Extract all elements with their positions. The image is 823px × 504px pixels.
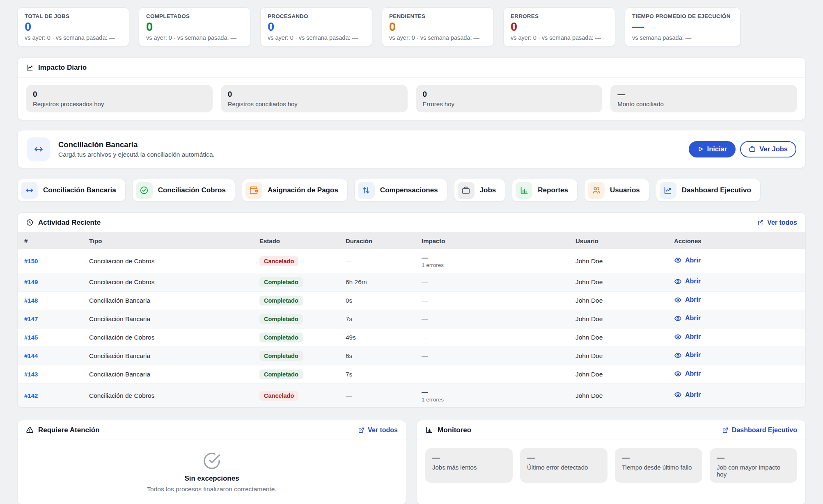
abrir-link[interactable]: Abrir [674, 351, 701, 359]
abrir-link[interactable]: Abrir [674, 278, 701, 285]
cta-actions: Iniciar Ver Jobs [689, 141, 796, 157]
metric-errores-hoy: 0 Errores hoy [416, 85, 603, 112]
job-id-link[interactable]: #147 [24, 315, 38, 322]
stat-value: 0 [511, 21, 608, 33]
col-header-id: # [18, 237, 83, 244]
nav-asignacion-pagos[interactable]: Asignación de Pagos [242, 179, 348, 202]
job-impact: — [415, 315, 569, 323]
swap-arrows-icon [21, 182, 38, 199]
stat-label: ERRORES [511, 13, 608, 19]
table-row: #145 Conciliación de Cobros Completado 4… [18, 328, 805, 347]
status-badge: Completado [259, 314, 303, 324]
status-badge: Completado [259, 296, 303, 306]
metric-tiempo-ultimo-fallo: — Tiempo desde último fallo [615, 448, 702, 483]
nav-jobs[interactable]: Jobs [454, 179, 506, 202]
abrir-link[interactable]: Abrir [674, 370, 701, 378]
impacto-diario-header: Impacto Diario [18, 58, 805, 78]
eye-icon [674, 351, 682, 359]
nav-reportes[interactable]: Reportes [512, 179, 578, 202]
eye-icon [674, 391, 682, 399]
job-duration: — [339, 392, 415, 399]
external-link-icon [358, 427, 365, 433]
nav-conciliacion-cobros[interactable]: Conciliación Cobros [132, 179, 235, 202]
panel-title: Impacto Diario [38, 64, 87, 72]
job-id-link[interactable]: #144 [24, 352, 38, 359]
nav-usuarios[interactable]: Usuarios [584, 179, 649, 202]
quick-nav-row: Conciliación Bancaria Conciliación Cobro… [17, 179, 806, 202]
job-type: Conciliación Bancaria [83, 371, 253, 378]
no-exceptions-state: Sin excepciones Todos los procesos final… [18, 440, 406, 504]
abrir-label: Abrir [685, 296, 701, 303]
job-id-link[interactable]: #143 [24, 371, 38, 378]
ver-todos-link[interactable]: Ver todos [757, 219, 797, 226]
abrir-link[interactable]: Abrir [674, 391, 701, 399]
panel-title: Requiere Atención [38, 426, 100, 434]
job-id-link[interactable]: #142 [24, 392, 38, 399]
dashboard-ejecutivo-link[interactable]: Dashboard Ejecutivo [722, 426, 797, 434]
cta-subtitle: Cargá tus archivos y ejecutá la concilia… [58, 151, 215, 158]
abrir-link[interactable]: Abrir [674, 256, 701, 264]
check-circle-icon [202, 452, 221, 470]
nav-label: Reportes [538, 186, 568, 194]
col-header-acciones: Acciones [667, 237, 805, 244]
ver-todos-link[interactable]: Ver todos [358, 426, 398, 434]
actividad-reciente-header: Actividad Reciente Ver todos [18, 213, 805, 233]
external-link-icon [757, 219, 764, 226]
job-user: John Doe [569, 258, 667, 265]
job-impact: — [415, 371, 569, 378]
sort-arrows-icon [358, 182, 375, 199]
job-id-link[interactable]: #145 [24, 334, 38, 341]
col-header-tipo: Tipo [83, 237, 253, 244]
job-id-link[interactable]: #149 [24, 278, 38, 285]
impact-errors: 1 errores [422, 262, 569, 268]
nav-dashboard-ejecutivo[interactable]: Dashboard Ejecutivo [656, 179, 761, 202]
metric-registros-procesados: 0 Registros procesados hoy [26, 85, 213, 112]
monitoreo-panel: Monitoreo Dashboard Ejecutivo — Jobs más… [417, 420, 806, 504]
table-row: #149 Conciliación de Cobros Completado 6… [18, 273, 805, 291]
requiere-atencion-panel: Requiere Atención Ver todos Sin excepcio… [17, 420, 406, 504]
stat-label: TOTAL DE JOBS [25, 13, 122, 19]
job-user: John Doe [569, 392, 667, 399]
stat-value: 0 [268, 21, 365, 33]
ver-jobs-button[interactable]: Ver Jobs [740, 141, 796, 157]
job-id-link[interactable]: #148 [24, 297, 38, 304]
ver-todos-label: Ver todos [368, 426, 398, 434]
abrir-label: Abrir [685, 257, 701, 264]
abrir-link[interactable]: Abrir [674, 296, 701, 304]
nav-label: Dashboard Ejecutivo [682, 186, 751, 194]
metric-label: Registros procesados hoy [33, 100, 206, 107]
status-badge: Completado [259, 277, 303, 287]
job-impact: — [415, 278, 569, 286]
metric-label: Último error detectado [527, 464, 601, 471]
bar-chart-icon [425, 426, 433, 434]
status-badge: Completado [259, 333, 303, 342]
nav-conciliacion-bancaria[interactable]: Conciliación Bancaria [17, 179, 126, 202]
job-type: Conciliación de Cobros [83, 334, 253, 341]
iniciar-button[interactable]: Iniciar [689, 141, 736, 157]
abrir-link[interactable]: Abrir [674, 333, 701, 341]
nav-label: Asignación de Pagos [268, 186, 338, 194]
col-header-usuario: Usuario [569, 237, 667, 244]
status-badge: Completado [259, 369, 303, 379]
conciliacion-cta-banner: Conciliación Bancaria Cargá tus archivos… [17, 130, 806, 168]
job-id-link[interactable]: #150 [24, 258, 38, 265]
abrir-link[interactable]: Abrir [674, 315, 701, 322]
ver-todos-label: Ver todos [767, 219, 797, 226]
nav-label: Jobs [480, 186, 496, 194]
metric-value: — [717, 453, 790, 462]
play-icon [697, 146, 704, 152]
nav-label: Conciliación Cobros [158, 186, 226, 194]
job-type: Conciliación de Cobros [83, 278, 253, 286]
abrir-label: Abrir [685, 391, 701, 399]
ver-jobs-button-label: Ver Jobs [759, 145, 788, 153]
nav-label: Usuarios [610, 186, 640, 194]
nav-compensaciones[interactable]: Compensaciones [354, 179, 447, 202]
abrir-label: Abrir [685, 278, 701, 285]
monitoreo-header: Monitoreo Dashboard Ejecutivo [417, 420, 805, 440]
metric-label: Job con mayor impacto hoy [717, 464, 790, 478]
empty-state-subtitle: Todos los procesos finalizaron correctam… [147, 486, 276, 493]
panel-title: Monitoreo [438, 426, 471, 434]
job-user: John Doe [569, 315, 667, 323]
status-badge: Cancelado [259, 256, 298, 266]
stat-label: COMPLETADOS [146, 13, 243, 19]
